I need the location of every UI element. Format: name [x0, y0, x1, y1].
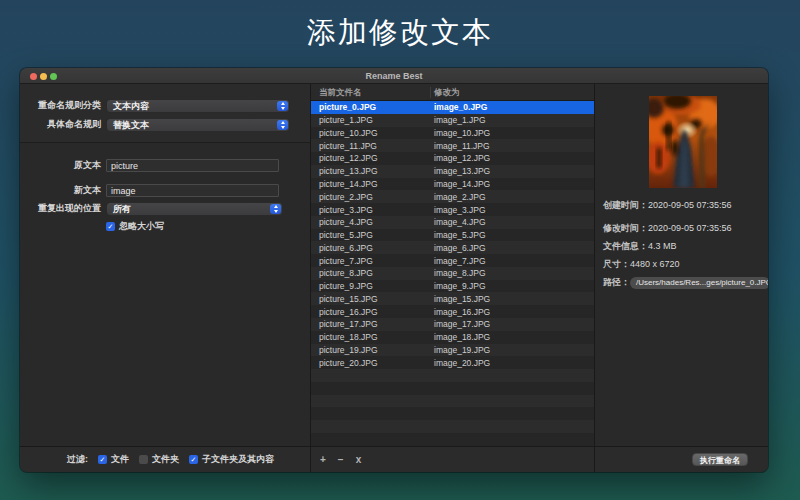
table-row[interactable]: picture_12.JPGimage_12.JPG	[311, 152, 594, 165]
current-filename-cell: picture_19.JPG	[311, 345, 431, 355]
renamed-filename-cell: image_5.JPG	[431, 230, 594, 240]
current-filename-cell: picture_9.JPG	[311, 281, 431, 291]
table-row[interactable]: picture_10.JPGimage_10.JPG	[311, 127, 594, 140]
created-time-value: 2020-09-05 07:35:56	[648, 200, 732, 210]
dimensions-label: 尺寸：	[603, 259, 630, 269]
rule-category-select[interactable]: 文本内容	[106, 99, 290, 113]
filter-files-checkbox[interactable]	[98, 455, 107, 464]
current-filename-cell: picture_4.JPG	[311, 217, 431, 227]
renamed-filename-cell: image_2.JPG	[431, 192, 594, 202]
column-divider[interactable]	[430, 87, 431, 98]
renamed-filename-cell: image_7.JPG	[431, 256, 594, 266]
table-row-empty	[311, 382, 594, 395]
current-filename-cell: picture_11.JPG	[311, 141, 431, 151]
naming-rule-label: 具体命名规则	[20, 118, 101, 131]
window-title: Rename Best	[20, 68, 768, 84]
table-row[interactable]: picture_15.JPGimage_15.JPG	[311, 292, 594, 305]
renamed-filename-cell: image_17.JPG	[431, 319, 594, 329]
original-text-input[interactable]	[106, 159, 279, 172]
ignore-case-option[interactable]: 忽略大小写	[106, 220, 164, 233]
table-row[interactable]: picture_11.JPGimage_11.JPG	[311, 139, 594, 152]
table-row[interactable]: picture_0.JPGimage_0.JPG	[311, 101, 594, 114]
table-row[interactable]: picture_4.JPGimage_4.JPG	[311, 216, 594, 229]
renamed-filename-cell: image_18.JPG	[431, 332, 594, 342]
page-title: 添加修改文本	[0, 13, 800, 53]
table-body: picture_0.JPGimage_0.JPGpicture_1.JPGima…	[311, 101, 594, 446]
renamed-filename-cell: image_13.JPG	[431, 166, 594, 176]
table-row-empty	[311, 420, 594, 433]
created-time-label: 创建时间：	[603, 200, 648, 210]
renamed-filename-cell: image_15.JPG	[431, 294, 594, 304]
image-preview	[649, 96, 717, 188]
new-text-input[interactable]	[106, 184, 279, 197]
table-row[interactable]: picture_6.JPGimage_6.JPG	[311, 241, 594, 254]
filter-folders-checkbox[interactable]	[139, 455, 148, 464]
remove-files-button[interactable]: −	[338, 455, 344, 465]
created-time-row: 创建时间：2020-09-05 07:35:56	[603, 199, 764, 212]
table-row[interactable]: picture_5.JPGimage_5.JPG	[311, 229, 594, 242]
column-renamed[interactable]: 修改为	[434, 84, 460, 101]
settings-panel: 重命名规则分类 文本内容 具体命名规则 替换文本 原文本 新文本 重复出现的位置…	[20, 84, 310, 446]
current-filename-cell: picture_5.JPG	[311, 230, 431, 240]
table-row[interactable]: picture_14.JPGimage_14.JPG	[311, 178, 594, 191]
table-row[interactable]: picture_17.JPGimage_17.JPG	[311, 318, 594, 331]
filter-label: 过滤:	[67, 453, 88, 466]
table-row[interactable]: picture_20.JPGimage_20.JPG	[311, 356, 594, 369]
renamed-filename-cell: image_4.JPG	[431, 217, 594, 227]
table-row[interactable]: picture_2.JPGimage_2.JPG	[311, 190, 594, 203]
renamed-filename-cell: image_0.JPG	[431, 102, 594, 112]
table-row[interactable]: picture_19.JPGimage_19.JPG	[311, 344, 594, 357]
ignore-case-label: 忽略大小写	[119, 220, 164, 233]
execute-rename-button[interactable]: 执行重命名	[692, 453, 748, 466]
current-filename-cell: picture_15.JPG	[311, 294, 431, 304]
renamed-filename-cell: image_3.JPG	[431, 205, 594, 215]
stepper-icon	[277, 101, 288, 111]
dimensions-row: 尺寸：4480 x 6720	[603, 258, 764, 271]
divider	[20, 142, 310, 143]
renamed-filename-cell: image_14.JPG	[431, 179, 594, 189]
table-row[interactable]: picture_7.JPGimage_7.JPG	[311, 254, 594, 267]
rule-category-value: 文本内容	[113, 101, 149, 111]
naming-rule-value: 替换文本	[113, 120, 149, 130]
table-row[interactable]: picture_3.JPGimage_3.JPG	[311, 203, 594, 216]
add-files-button[interactable]: +	[320, 455, 326, 465]
clear-files-button[interactable]: x	[356, 455, 362, 465]
current-filename-cell: picture_0.JPG	[311, 102, 431, 112]
filter-subfolders-label: 子文件夹及其内容	[202, 453, 274, 466]
path-label: 路径：	[603, 277, 630, 287]
current-filename-cell: picture_6.JPG	[311, 243, 431, 253]
stepper-icon	[270, 204, 281, 214]
filter-subfolders-checkbox[interactable]	[189, 455, 198, 464]
file-info-row: 文件信息：4.3 MB	[603, 240, 764, 253]
filter-files-option[interactable]: 文件	[98, 453, 129, 466]
current-filename-cell: picture_3.JPG	[311, 205, 431, 215]
current-filename-cell: picture_18.JPG	[311, 332, 431, 342]
file-info-label: 文件信息：	[603, 241, 648, 251]
modified-time-row: 修改时间：2020-09-05 07:35:56	[603, 222, 764, 235]
table-row[interactable]: picture_18.JPGimage_18.JPG	[311, 331, 594, 344]
table-header[interactable]: 当前文件名 修改为	[311, 84, 594, 101]
occurrence-position-select[interactable]: 所有	[106, 202, 283, 216]
path-token[interactable]: /Users/hades/Res...ges/picture_0.JPG	[630, 277, 768, 289]
table-row[interactable]: picture_8.JPGimage_8.JPG	[311, 267, 594, 280]
stepper-icon	[277, 120, 288, 130]
table-row-empty	[311, 407, 594, 420]
naming-rule-select[interactable]: 替换文本	[106, 118, 290, 132]
current-filename-cell: picture_8.JPG	[311, 268, 431, 278]
column-current-name[interactable]: 当前文件名	[319, 84, 362, 101]
path-row: 路径：/Users/hades/Res...ges/picture_0.JPG	[603, 276, 764, 289]
renamed-filename-cell: image_8.JPG	[431, 268, 594, 278]
filter-files-label: 文件	[111, 453, 129, 466]
filter-folders-option[interactable]: 文件夹	[139, 453, 179, 466]
table-row[interactable]: picture_16.JPGimage_16.JPG	[311, 305, 594, 318]
occurrence-position-label: 重复出现的位置	[20, 202, 101, 215]
table-row[interactable]: picture_9.JPGimage_9.JPG	[311, 280, 594, 293]
titlebar[interactable]: Rename Best	[20, 68, 768, 84]
current-filename-cell: picture_10.JPG	[311, 128, 431, 138]
table-row[interactable]: picture_1.JPGimage_1.JPG	[311, 114, 594, 127]
table-row[interactable]: picture_13.JPGimage_13.JPG	[311, 165, 594, 178]
ignore-case-checkbox[interactable]	[106, 222, 115, 231]
filter-subfolders-option[interactable]: 子文件夹及其内容	[189, 453, 274, 466]
renamed-filename-cell: image_20.JPG	[431, 358, 594, 368]
current-filename-cell: picture_1.JPG	[311, 115, 431, 125]
